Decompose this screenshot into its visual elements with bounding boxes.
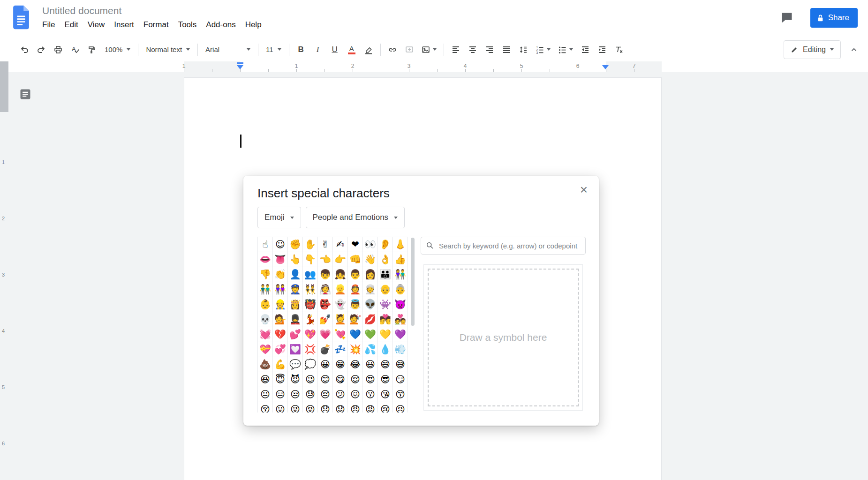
align-left-button[interactable] — [448, 42, 464, 58]
emoji-cell[interactable]: 💞 — [273, 342, 288, 357]
emoji-cell[interactable]: 👬 — [258, 282, 273, 297]
emoji-cell[interactable]: 😢 — [378, 402, 393, 412]
increase-indent-button[interactable] — [594, 42, 610, 58]
emoji-cell[interactable]: 👶 — [258, 297, 273, 312]
emoji-cell[interactable]: 💏 — [378, 312, 393, 327]
emoji-cell[interactable]: 😊 — [318, 372, 333, 387]
insert-comment-button[interactable] — [401, 42, 417, 58]
emoji-cell[interactable]: 😇 — [273, 372, 288, 387]
share-button[interactable]: Share — [810, 8, 858, 28]
emoji-cell[interactable]: 💕 — [288, 327, 303, 342]
emoji-cell[interactable]: 👴 — [378, 282, 393, 297]
emoji-cell[interactable]: 👅 — [273, 252, 288, 267]
emoji-cell[interactable]: 😃 — [363, 357, 378, 372]
emoji-cell[interactable]: ✌ — [318, 237, 333, 252]
document-title[interactable]: Untitled document — [42, 5, 266, 17]
emoji-cell[interactable]: 💪 — [273, 357, 288, 372]
emoji-cell[interactable]: 😆 — [258, 372, 273, 387]
emoji-cell[interactable]: 😂 — [348, 357, 363, 372]
underline-button[interactable]: U — [327, 42, 343, 58]
emoji-cell[interactable]: 💭 — [303, 357, 318, 372]
emoji-cell[interactable]: 👤 — [288, 267, 303, 282]
bulleted-list-button[interactable] — [555, 42, 576, 58]
emoji-cell[interactable]: 💇 — [348, 312, 363, 327]
emoji-cell[interactable]: 👌 — [378, 252, 393, 267]
emoji-cell[interactable]: ☺ — [273, 237, 288, 252]
emoji-cell[interactable]: 😓 — [303, 387, 318, 402]
menu-view[interactable]: View — [83, 19, 110, 31]
emoji-cell[interactable]: 👥 — [303, 267, 318, 282]
emoji-cell[interactable]: 👼 — [348, 297, 363, 312]
emoji-cell[interactable]: 😘 — [378, 387, 393, 402]
emoji-cell[interactable]: 💂 — [288, 312, 303, 327]
emoji-cell[interactable]: 😔 — [318, 387, 333, 402]
menu-addons[interactable]: Add-ons — [201, 19, 240, 31]
emoji-cell[interactable]: 😚 — [258, 402, 273, 412]
close-icon[interactable]: × — [578, 181, 589, 198]
emoji-cell[interactable]: 💗 — [318, 327, 333, 342]
emoji-cell[interactable]: 💩 — [258, 357, 273, 372]
emoji-cell[interactable]: 💆 — [333, 312, 348, 327]
search-input[interactable] — [438, 241, 581, 250]
emoji-cell[interactable]: 😝 — [303, 402, 318, 412]
emoji-cell[interactable]: 💨 — [393, 342, 408, 357]
emoji-cell[interactable]: 💚 — [363, 327, 378, 342]
draw-symbol-area[interactable]: Draw a symbol here — [428, 269, 579, 406]
emoji-cell[interactable]: 😛 — [273, 402, 288, 412]
emoji-cell[interactable]: 👺 — [318, 297, 333, 312]
emoji-cell[interactable]: 👾 — [378, 297, 393, 312]
editing-mode-dropdown[interactable]: Editing — [784, 40, 841, 59]
decrease-indent-button[interactable] — [577, 42, 593, 58]
emoji-cell[interactable]: 👱 — [333, 282, 348, 297]
emoji-cell[interactable]: 👹 — [303, 297, 318, 312]
text-color-button[interactable]: A — [344, 42, 360, 58]
emoji-cell[interactable]: 😗 — [363, 387, 378, 402]
emoji-cell[interactable]: 😅 — [393, 357, 408, 372]
emoji-cell[interactable]: 💁 — [273, 312, 288, 327]
ruler-vertical[interactable]: 123456 — [0, 61, 8, 480]
italic-button[interactable]: I — [310, 42, 326, 58]
emoji-cell[interactable]: 💘 — [333, 327, 348, 342]
emoji-cell[interactable]: 💢 — [303, 342, 318, 357]
emoji-cell[interactable]: 👩 — [363, 267, 378, 282]
emoji-cell[interactable]: 😀 — [318, 357, 333, 372]
emoji-cell[interactable]: 💑 — [393, 312, 408, 327]
zoom-dropdown[interactable]: 100% — [100, 42, 135, 58]
emoji-cell[interactable]: 💥 — [348, 342, 363, 357]
emoji-cell[interactable]: 👆 — [288, 252, 303, 267]
emoji-cell[interactable]: 😉 — [303, 372, 318, 387]
align-center-button[interactable] — [465, 42, 481, 58]
emoji-cell[interactable]: 👳 — [363, 282, 378, 297]
highlight-color-button[interactable] — [361, 42, 377, 58]
emoji-cell[interactable]: 👍 — [393, 252, 408, 267]
emoji-cell[interactable]: 👉 — [333, 252, 348, 267]
emoji-cell[interactable]: 👿 — [393, 297, 408, 312]
emoji-cell[interactable]: 😙 — [393, 387, 408, 402]
redo-button[interactable] — [33, 42, 49, 58]
emoji-cell[interactable]: 👻 — [333, 297, 348, 312]
emoji-cell[interactable]: ✍ — [333, 237, 348, 252]
undo-button[interactable] — [16, 42, 32, 58]
emoji-cell[interactable]: 💜 — [393, 327, 408, 342]
emoji-cell[interactable]: 😣 — [393, 402, 408, 412]
emoji-cell[interactable]: 😞 — [318, 402, 333, 412]
emoji-cell[interactable]: 😡 — [363, 402, 378, 412]
emoji-cell[interactable]: 💝 — [258, 342, 273, 357]
ruler-horizontal[interactable]: 11234567 — [0, 61, 868, 72]
emoji-cell[interactable]: 😏 — [393, 372, 408, 387]
category-dropdown[interactable]: Emoji — [257, 207, 301, 228]
emoji-cell[interactable]: 👋 — [363, 252, 378, 267]
emoji-cell[interactable]: 👰 — [318, 282, 333, 297]
menu-insert[interactable]: Insert — [109, 19, 139, 31]
paint-format-button[interactable] — [84, 42, 100, 58]
emoji-cell[interactable]: 💟 — [288, 342, 303, 357]
menu-file[interactable]: File — [38, 19, 60, 31]
emoji-cell[interactable]: 😋 — [333, 372, 348, 387]
emoji-cell[interactable]: 👲 — [348, 282, 363, 297]
line-spacing-button[interactable] — [515, 42, 531, 58]
emoji-cell[interactable]: 💖 — [303, 327, 318, 342]
emoji-cell[interactable]: 😁 — [333, 357, 348, 372]
emoji-cell[interactable]: 👏 — [273, 267, 288, 282]
emoji-cell[interactable]: 😍 — [363, 372, 378, 387]
emoji-cell[interactable]: 👄 — [258, 252, 273, 267]
